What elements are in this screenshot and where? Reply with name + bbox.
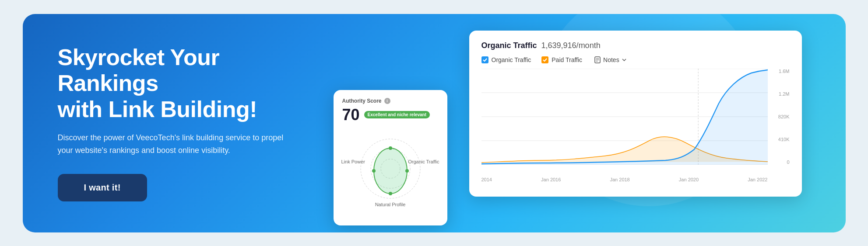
traffic-card-title: Organic Traffic xyxy=(481,41,537,50)
authority-card: Authority Score i 70 Excellent and niche… xyxy=(334,90,447,225)
traffic-card-header: Organic Traffic 1,639,916/month xyxy=(481,41,790,50)
cta-button[interactable]: I want it! xyxy=(58,174,147,201)
x-axis-labels: 2014 Jan 2016 Jan 2018 Jan 2020 Jan 2022 xyxy=(481,177,768,182)
y-axis-labels: 1.6M 1.2M 820K 410K 0 xyxy=(770,69,790,165)
label-link-power: Link Power xyxy=(341,159,365,164)
chevron-down-icon xyxy=(622,59,626,61)
legend-organic: Organic Traffic xyxy=(481,56,531,63)
authority-title: Authority Score xyxy=(342,98,382,104)
x-label-4: Jan 2020 xyxy=(679,177,699,182)
y-label-4: 410K xyxy=(770,137,790,142)
authority-score-row: 70 Excellent and niche relevant xyxy=(342,106,439,124)
paid-checkbox xyxy=(541,56,548,63)
notes-label: Notes xyxy=(603,56,619,63)
subtext: Discover the power of VeecoTech's link b… xyxy=(58,132,285,157)
radar-labels: Link Power Organic Traffic Natural Profi… xyxy=(342,129,439,208)
y-label-5: 0 xyxy=(770,159,790,165)
traffic-chart-svg xyxy=(481,69,768,165)
headline-line2: with Link Building! xyxy=(58,97,257,122)
authority-score-number: 70 xyxy=(342,106,360,124)
y-label-2: 1.2M xyxy=(770,91,790,97)
x-label-3: Jan 2018 xyxy=(610,177,629,182)
legend-paid: Paid Traffic xyxy=(541,56,582,63)
legend-notes[interactable]: Notes xyxy=(594,56,626,63)
label-natural-profile: Natural Profile xyxy=(375,202,406,207)
traffic-card-value: 1,639,916/month xyxy=(541,41,601,50)
x-label-1: 2014 xyxy=(481,177,492,182)
organic-label: Organic Traffic xyxy=(492,56,531,63)
left-content: Skyrocket Your Rankings with Link Buildi… xyxy=(58,45,320,202)
headline: Skyrocket Your Rankings with Link Buildi… xyxy=(58,45,320,123)
organic-checkbox xyxy=(481,56,488,63)
radar-chart-area: Link Power Organic Traffic Natural Profi… xyxy=(342,129,439,208)
y-label-3: 820K xyxy=(770,114,790,119)
headline-line1: Skyrocket Your Rankings xyxy=(58,45,220,96)
chart-legend: Organic Traffic Paid Traffic Notes xyxy=(481,56,790,63)
traffic-card: Organic Traffic 1,639,916/month Organic … xyxy=(469,31,802,197)
label-organic-traffic: Organic Traffic xyxy=(408,159,439,164)
x-label-5: Jan 2022 xyxy=(748,177,767,182)
y-label-1: 1.6M xyxy=(770,69,790,74)
x-label-2: Jan 2016 xyxy=(541,177,561,182)
notes-icon xyxy=(594,56,601,63)
main-banner: Skyrocket Your Rankings with Link Buildi… xyxy=(23,14,846,232)
chart-area: 1.6M 1.2M 820K 410K 0 2014 Jan 2016 Jan … xyxy=(481,69,790,182)
right-content: Organic Traffic 1,639,916/month Organic … xyxy=(320,14,811,232)
authority-badge: Excellent and niche relevant xyxy=(364,111,430,118)
authority-header: Authority Score i xyxy=(342,98,439,104)
info-icon: i xyxy=(384,98,390,104)
paid-label: Paid Traffic xyxy=(552,56,582,63)
